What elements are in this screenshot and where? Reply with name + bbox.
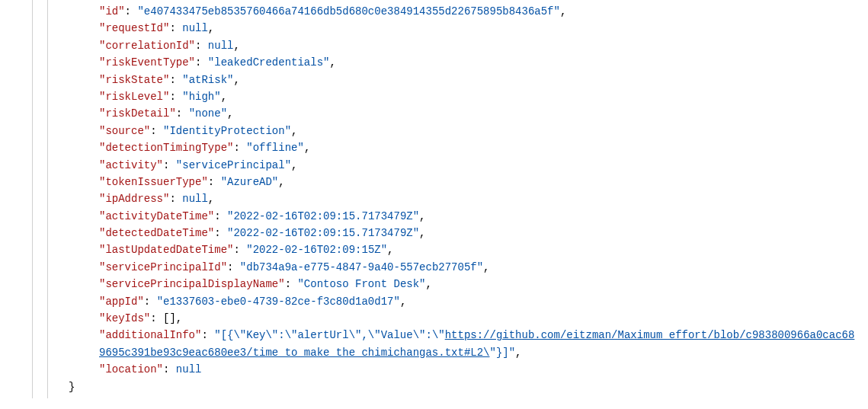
json-line: "activity": "servicePrincipal", — [99, 157, 859, 174]
json-line: "location": null — [99, 361, 859, 378]
json-line: "keyIds": [], — [99, 310, 859, 327]
json-key: "riskEventType" — [99, 56, 195, 69]
json-line: "ipAddress": null, — [99, 190, 859, 207]
json-key: "servicePrincipalDisplayName" — [99, 278, 285, 290]
json-key: "lastUpdatedDateTime" — [99, 244, 233, 256]
json-line: "additionalInfo": "[{\"Key\":\"alertUrl\… — [15, 327, 859, 361]
json-key: "activity" — [99, 159, 163, 171]
json-key: "activityDateTime" — [99, 210, 214, 222]
json-value: "atRisk" — [182, 74, 233, 86]
json-value-suffix: "}]" — [489, 347, 515, 359]
json-line: "appId": "e1337603-ebe0-4739-82ce-f3c80d… — [99, 293, 859, 310]
json-line: "lastUpdatedDateTime": "2022-02-16T02:09… — [99, 241, 859, 258]
json-key: "source" — [99, 125, 150, 137]
json-value: "e407433475eb8535760466a74166db5d680c0e3… — [137, 5, 560, 18]
json-key: "ipAddress" — [99, 193, 169, 205]
json-line: "riskDetail": "none", — [99, 105, 859, 122]
json-value: [] — [163, 312, 176, 324]
json-key: "tokenIssuerType" — [99, 176, 208, 188]
json-line: "riskEventType": "leakedCredentials", — [99, 54, 859, 71]
json-line: "correlationId": null, — [99, 37, 859, 54]
json-line: "activityDateTime": "2022-02-16T02:09:15… — [99, 208, 859, 225]
json-value: "Contoso Front Desk" — [297, 278, 425, 290]
json-key: "id" — [99, 5, 125, 18]
json-value-prefix: "[{\"Key\":\"alertUrl\",\"Value\":\" — [214, 329, 444, 341]
json-value: "db734a9a-e775-4847-9a40-557ecb27705f" — [240, 261, 483, 273]
json-line: "riskState": "atRisk", — [99, 72, 859, 88]
json-key: "detectedDateTime" — [99, 227, 214, 239]
json-key: "detectionTimingType" — [99, 142, 233, 154]
json-close-brace: } — [69, 379, 859, 395]
json-line: "detectionTimingType": "offline", — [99, 139, 859, 156]
json-line: "detectedDateTime": "2022-02-16T02:09:15… — [99, 225, 859, 241]
json-value: "high" — [182, 91, 220, 103]
json-value: "servicePrincipal" — [176, 159, 291, 171]
json-line: "source": "IdentityProtection", — [99, 123, 859, 139]
json-key: "riskDetail" — [99, 107, 176, 120]
json-value: "leakedCredentials" — [208, 56, 330, 69]
json-value: null — [182, 22, 208, 34]
json-object: "id": "e407433475eb8535760466a74166db5d6… — [0, 0, 868, 398]
json-value: null — [182, 193, 208, 205]
json-line: "riskLevel": "high", — [99, 88, 859, 105]
json-key: "riskLevel" — [99, 91, 169, 103]
json-key: "additionalInfo" — [99, 329, 201, 341]
json-value: "offline" — [246, 142, 304, 154]
json-value: "IdentityProtection" — [163, 125, 291, 137]
json-key: "correlationId" — [99, 40, 195, 52]
json-value: "2022-02-16T02:09:15.7173479Z" — [227, 227, 419, 239]
json-value: "none" — [189, 107, 227, 120]
json-value: "e1337603-ebe0-4739-82ce-f3c80d1a0d17" — [157, 296, 400, 308]
json-line: "tokenIssuerType": "AzureAD", — [99, 174, 859, 190]
json-value: null — [208, 40, 234, 52]
json-line: "id": "e407433475eb8535760466a74166db5d6… — [99, 3, 859, 20]
json-value: "AzureAD" — [221, 176, 279, 188]
json-value: "2022-02-16T02:09:15Z" — [246, 244, 387, 256]
json-key: "riskState" — [99, 74, 169, 86]
json-line: "requestId": null, — [99, 20, 859, 37]
json-key: "location" — [99, 363, 163, 375]
json-line: "servicePrincipalDisplayName": "Contoso … — [99, 276, 859, 292]
json-key: "servicePrincipalId" — [99, 261, 227, 273]
json-key: "appId" — [99, 296, 144, 308]
json-value: null — [176, 363, 202, 375]
json-line: "servicePrincipalId": "db734a9a-e775-484… — [99, 259, 859, 276]
json-key: "requestId" — [99, 22, 169, 34]
json-key: "keyIds" — [99, 312, 150, 324]
json-value: "2022-02-16T02:09:15.7173479Z" — [227, 210, 419, 222]
